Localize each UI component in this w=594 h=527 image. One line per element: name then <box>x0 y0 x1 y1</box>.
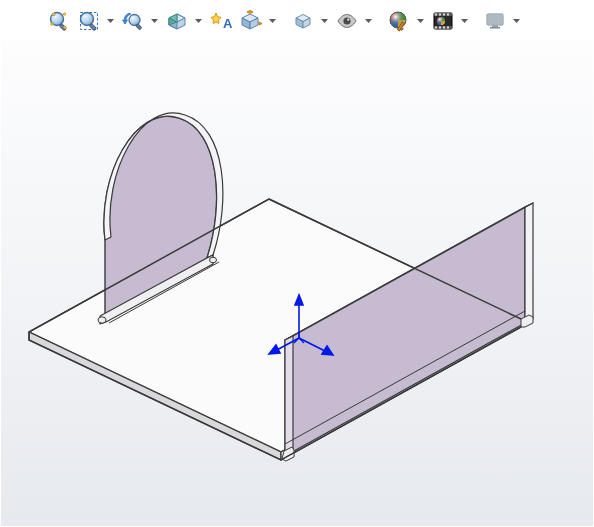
svg-rect-23 <box>443 14 445 16</box>
section-view-dropdown[interactable] <box>194 8 202 34</box>
svg-rect-34 <box>490 27 500 29</box>
previous-view-dropdown[interactable] <box>150 8 158 34</box>
svg-point-4 <box>51 23 53 25</box>
svg-point-3 <box>63 13 65 15</box>
svg-point-13 <box>347 19 349 21</box>
hide-show-icon <box>336 10 358 32</box>
edit-appearance-icon <box>388 10 410 32</box>
section-view-icon <box>166 10 188 32</box>
zoom-to-fit-button[interactable] <box>46 8 72 34</box>
view-orientation-icon <box>239 10 263 32</box>
zoom-to-fit-icon <box>48 10 70 32</box>
svg-point-36 <box>210 257 217 263</box>
heads-up-view-toolbar: A <box>0 2 594 40</box>
svg-point-2 <box>53 13 55 15</box>
svg-rect-27 <box>443 27 445 29</box>
sheet-metal-part <box>29 113 576 489</box>
svg-rect-22 <box>439 14 441 16</box>
edit-appearance-button[interactable] <box>386 8 412 34</box>
svg-point-5 <box>64 26 66 28</box>
apply-scene-dropdown[interactable] <box>460 8 468 34</box>
svg-rect-25 <box>435 27 437 29</box>
svg-point-30 <box>437 17 445 25</box>
svg-point-35 <box>98 317 106 323</box>
svg-rect-28 <box>447 27 449 29</box>
graphics-viewport[interactable] <box>1 40 593 526</box>
zoom-area-button[interactable] <box>76 8 102 34</box>
section-view-button[interactable] <box>164 8 190 34</box>
svg-rect-21 <box>435 14 437 16</box>
svg-point-12 <box>343 17 350 24</box>
model-canvas <box>1 40 593 526</box>
hide-show-dropdown[interactable] <box>364 8 372 34</box>
svg-text:A: A <box>223 16 232 31</box>
view-orientation-dropdown[interactable] <box>268 8 276 34</box>
svg-rect-26 <box>439 27 441 29</box>
zoom-area-icon <box>78 10 100 32</box>
edit-appearance-dropdown[interactable] <box>416 8 424 34</box>
svg-rect-10 <box>136 24 142 30</box>
apply-scene-icon <box>432 10 454 32</box>
view-orientation-button[interactable] <box>238 8 264 34</box>
previous-view-button[interactable] <box>120 8 146 34</box>
zoom-area-dropdown[interactable] <box>106 8 114 34</box>
apply-scene-button[interactable] <box>430 8 456 34</box>
view-settings-button[interactable] <box>482 8 508 34</box>
hide-show-button[interactable] <box>334 8 360 34</box>
svg-rect-24 <box>447 14 449 16</box>
view-settings-icon <box>484 10 506 32</box>
dynamic-annotation-button[interactable]: A <box>208 8 234 34</box>
dynamic-annotation-icon: A <box>210 10 232 32</box>
svg-rect-32 <box>488 15 502 24</box>
previous-view-icon <box>122 10 144 32</box>
display-style-button[interactable] <box>290 8 316 34</box>
display-style-dropdown[interactable] <box>320 8 328 34</box>
view-settings-dropdown[interactable] <box>512 8 520 34</box>
svg-rect-33 <box>492 25 498 27</box>
display-style-icon <box>292 10 314 32</box>
